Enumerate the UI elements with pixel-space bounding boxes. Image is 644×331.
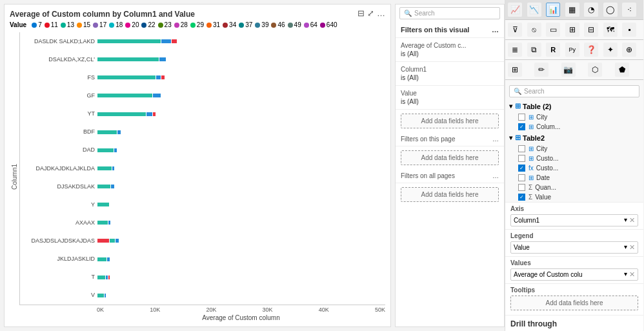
filter-icon[interactable]: ⊟	[357, 8, 365, 18]
legend-dot	[190, 23, 196, 28]
field-item[interactable]: ✓fxCusto...	[505, 163, 643, 173]
viz-icon-q[interactable]: ❓	[584, 43, 598, 57]
field-checkbox[interactable]	[518, 174, 525, 181]
field-item[interactable]: ✓⊞Colum...	[505, 122, 643, 132]
legend-value-label: 11	[51, 21, 58, 28]
expand-icon[interactable]: ⤢	[367, 8, 374, 18]
legend-label: Legend	[510, 232, 638, 239]
viz-icon-treemap[interactable]: ▪	[622, 23, 636, 37]
filter-group[interactable]: Valueis (All)	[396, 86, 504, 110]
viz-icon-matrix[interactable]: ⊟	[584, 23, 598, 37]
field-checkbox[interactable]	[518, 114, 525, 121]
bar-row	[97, 215, 385, 231]
viz-icon-other2[interactable]: ⬟	[615, 63, 629, 77]
values-dropdown[interactable]: Average of Custom colu ▾ ✕	[510, 268, 638, 281]
filter-group[interactable]: Column1is (All)	[396, 62, 504, 86]
y-label: JKLDJASKLID	[20, 256, 95, 263]
field-name: Date	[536, 174, 550, 181]
bar-segment	[117, 130, 121, 134]
legend-dot	[288, 23, 293, 28]
legend-dot	[206, 23, 212, 28]
bars-container	[97, 32, 385, 305]
bar-segment	[153, 112, 156, 116]
field-checkbox[interactable]	[518, 145, 525, 152]
legend-value-label: 39	[261, 21, 268, 28]
add-page-fields-btn[interactable]: Add data fields here	[401, 150, 499, 165]
page-filters-more[interactable]: …	[492, 135, 499, 143]
legend-dropdown[interactable]: Value ▾ ✕	[510, 241, 638, 254]
all-pages-filters-more[interactable]: …	[492, 172, 499, 179]
viz-icon-funnel[interactable]: ⊽	[508, 23, 522, 37]
field-checkbox[interactable]	[518, 184, 525, 191]
field-item[interactable]: ΣQuan...	[505, 183, 643, 192]
viz-icon-slicer[interactable]: ⧉	[527, 43, 541, 57]
chart-title: Average of Custom column by Column1 and …	[10, 10, 195, 19]
legend-item: 15	[77, 21, 90, 28]
values-remove-btn[interactable]: ✕	[629, 270, 635, 279]
bar-segment	[106, 276, 108, 279]
legend-value-label: 28	[181, 21, 188, 28]
viz-icon-scatter[interactable]: ⁖	[622, 3, 636, 17]
axis-label: Axis	[510, 205, 638, 212]
add-visual-fields-btn[interactable]: Add data fields here	[401, 114, 499, 128]
legend-value-label: 37	[245, 21, 252, 28]
viz-icon-line[interactable]: 📈	[508, 3, 522, 17]
fields-search[interactable]: 🔍 Search	[509, 85, 639, 97]
viz-icon-waterfall[interactable]: ≣	[508, 43, 522, 57]
legend-item: 23	[158, 21, 172, 28]
viz-icon-area[interactable]: 📉	[527, 3, 541, 17]
add-all-pages-fields-btn[interactable]: Add data fields here	[401, 187, 499, 202]
filter-groups: Average of Custom c...is (All)Column1is …	[396, 38, 504, 110]
viz-icon-table[interactable]: ⊞	[565, 23, 579, 37]
legend-value-label: 64	[310, 21, 317, 28]
filters-more-icon[interactable]: …	[492, 26, 499, 34]
viz-icon-py[interactable]: Py	[565, 43, 579, 57]
viz-icon-bar[interactable]: 📊	[546, 3, 560, 17]
viz-icon-camera[interactable]: 📷	[561, 63, 576, 77]
values-label: Values	[510, 259, 638, 266]
viz-icon-pie[interactable]: ◔	[584, 3, 598, 17]
table2-header[interactable]: ▾ ⊞ Table (2)	[505, 100, 643, 112]
viz-icon-ai[interactable]: ✦	[603, 43, 618, 57]
axis-remove-btn[interactable]: ✕	[629, 216, 635, 225]
viz-icon-r[interactable]: R	[546, 43, 560, 57]
axis-dropdown[interactable]: Column1 ▾ ✕	[510, 214, 638, 226]
viz-icon-grid[interactable]: ⊞	[508, 63, 522, 77]
field-item[interactable]: ✓ΣValue	[505, 192, 643, 202]
viz-icon-card[interactable]: ▭	[546, 23, 560, 37]
viz-icon-map[interactable]: 🗺	[603, 23, 618, 37]
bar-segment	[172, 39, 177, 43]
viz-icon-donut[interactable]: ◯	[603, 3, 618, 17]
filter-group[interactable]: Average of Custom c...is (All)	[396, 38, 504, 62]
tooltips-section: Tooltips Add data fields here	[505, 284, 643, 316]
chart-legend: Value71113151718202223282931343739464964…	[10, 21, 385, 28]
y-label: AXAAX	[20, 219, 95, 226]
field-item[interactable]: ⊞Date	[505, 173, 643, 183]
viz-icon-custom[interactable]: ⊕	[622, 43, 636, 57]
table2b-header[interactable]: ▾ ⊞ Table2	[505, 132, 643, 144]
viz-icon-brush[interactable]: ✏	[534, 63, 548, 77]
viz-icon-gauge[interactable]: ⍉	[527, 23, 541, 37]
table2-label: Table (2)	[523, 103, 551, 110]
field-item[interactable]: ⊞City	[505, 112, 643, 122]
field-item[interactable]: ⊞Custo...	[505, 154, 643, 163]
field-item[interactable]: ⊞City	[505, 144, 643, 154]
chart-inner: DASLDK SALKD;LAKDDSALKDA,XZ,CL'FSGFYTBDF…	[19, 32, 385, 321]
filter-group-title: Value	[401, 90, 499, 97]
x-tick: 30K	[263, 306, 273, 313]
field-checkbox[interactable]	[518, 155, 525, 162]
bar-segment	[161, 75, 165, 79]
viz-icon-stacked[interactable]: ▦	[565, 3, 579, 17]
legend-item: 22	[141, 21, 155, 28]
field-checkbox[interactable]: ✓	[518, 165, 525, 172]
tooltips-add-btn[interactable]: Add data fields here	[510, 296, 638, 310]
viz-icon-other1[interactable]: ⬡	[588, 63, 602, 77]
field-checkbox[interactable]: ✓	[518, 194, 525, 201]
bar-row	[97, 179, 385, 195]
more-icon[interactable]: …	[377, 8, 385, 18]
filters-search[interactable]: 🔍 Search	[399, 7, 500, 19]
legend-remove-btn[interactable]: ✕	[629, 243, 635, 252]
legend-value-label: 23	[165, 21, 172, 28]
field-checkbox[interactable]: ✓	[518, 123, 525, 130]
drill-title: Drill through	[510, 319, 638, 328]
